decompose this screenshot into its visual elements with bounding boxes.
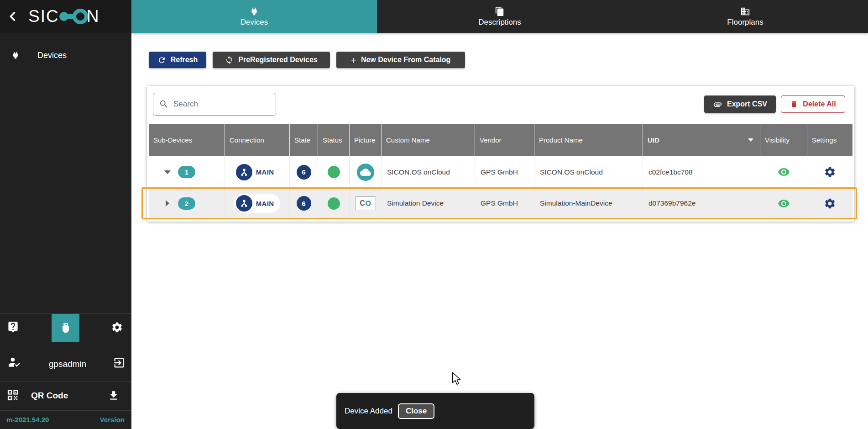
sidebar-item-label: Devices	[37, 51, 67, 60]
settings-cell	[807, 189, 852, 218]
tab-label: Descriptions	[478, 18, 521, 27]
column-header-connection[interactable]: Connection	[225, 124, 290, 156]
toast-close-button[interactable]: Close	[398, 403, 434, 419]
custom-name-cell: Simulation Device	[382, 189, 475, 218]
eye-icon[interactable]	[778, 197, 790, 210]
chevron-down-icon	[164, 170, 171, 174]
status-online-dot	[328, 197, 340, 210]
new-device-from-catalog-button[interactable]: + New Device From Catalog	[336, 52, 465, 68]
search-box[interactable]	[153, 93, 276, 116]
picture-cell	[350, 156, 382, 188]
table-row[interactable]: 2 MAIN 6 C Simu	[149, 189, 852, 218]
state-cell: 6	[290, 156, 318, 188]
settings-cell	[807, 156, 852, 188]
product-name-cell: Simulation-MainDevice	[534, 189, 643, 218]
column-header-status[interactable]: Status	[318, 124, 350, 156]
plus-icon: +	[351, 55, 356, 65]
tab-bar: Devices Descriptions Floorplans	[131, 0, 868, 33]
state-badge: 6	[297, 165, 311, 180]
tab-floorplans[interactable]: Floorplans	[622, 0, 868, 33]
column-header-visibility[interactable]: Visibility	[760, 124, 807, 156]
column-header-state[interactable]: State	[290, 124, 318, 156]
column-header-settings[interactable]: Settings	[807, 124, 852, 156]
gear-icon[interactable]	[111, 321, 123, 334]
column-header-picture[interactable]: Picture	[350, 124, 382, 156]
table-row[interactable]: 1 MAIN 6 SICON	[149, 156, 852, 189]
gear-icon[interactable]	[824, 166, 836, 178]
collapse-row-toggle[interactable]	[164, 170, 171, 174]
divider	[0, 342, 131, 342]
plug-icon	[11, 51, 20, 60]
qr-code-label[interactable]: QR Code	[31, 391, 68, 401]
sub-device-count-badge: 1	[178, 166, 195, 178]
column-header-custom-name[interactable]: Custom Name	[382, 124, 475, 156]
uid-cell: d07369b7962e	[643, 189, 760, 218]
logo-text-sic: SIC	[28, 7, 59, 26]
documents-icon	[495, 6, 505, 16]
toast-notification: Device Added Close	[336, 393, 534, 429]
divider	[0, 410, 131, 411]
building-icon	[740, 6, 750, 16]
usb-connector-icon	[59, 322, 72, 334]
logout-icon[interactable]	[113, 356, 125, 369]
gear-icon[interactable]	[824, 197, 836, 210]
back-icon[interactable]	[6, 10, 19, 23]
connection-chip: MAIN	[234, 194, 281, 213]
app-logo: SICN	[28, 6, 99, 26]
search-icon	[159, 99, 169, 109]
main-content: Refresh PreRegistered Devices + New Devi…	[131, 33, 868, 429]
column-header-product-name[interactable]: Product Name	[534, 124, 643, 156]
tab-devices[interactable]: Devices	[131, 0, 377, 33]
devices-panel: Export CSV Delete All Sub-Devices Connec…	[147, 86, 854, 222]
attachment-icon	[713, 100, 722, 109]
connection-label: MAIN	[256, 200, 274, 207]
cloud-logo-icon	[357, 164, 374, 181]
trash-icon	[790, 100, 798, 108]
state-cell: 6	[290, 189, 318, 218]
username: gpsadmin	[40, 359, 95, 369]
preregistered-label: PreRegistered Devices	[238, 56, 317, 64]
tab-label: Devices	[241, 18, 268, 27]
plug-icon	[249, 6, 259, 16]
preregistered-devices-button[interactable]: PreRegistered Devices	[213, 52, 330, 68]
download-icon[interactable]	[108, 390, 120, 402]
expand-row-toggle[interactable]	[164, 200, 171, 207]
tab-descriptions[interactable]: Descriptions	[377, 0, 622, 33]
sicon-logo-mark-icon	[58, 6, 89, 26]
qr-code-icon[interactable]	[6, 388, 20, 402]
column-header-sub-devices[interactable]: Sub-Devices	[149, 124, 225, 156]
version-value: m-2021.54.20	[6, 416, 49, 424]
refresh-button[interactable]: Refresh	[149, 52, 206, 68]
search-input[interactable]	[173, 100, 265, 109]
new-device-label: New Device From Catalog	[361, 56, 451, 64]
sicon-co-logo-icon: C	[355, 196, 376, 210]
delete-all-label: Delete All	[803, 100, 836, 108]
picture-cell: C	[350, 189, 382, 218]
vendor-cell: GPS GmbH	[475, 156, 534, 188]
product-name-cell: SICON.OS onCloud	[534, 156, 643, 188]
sort-desc-icon	[748, 138, 753, 142]
refresh-label: Refresh	[171, 56, 198, 64]
delete-all-button[interactable]: Delete All	[781, 95, 845, 113]
status-cell	[318, 189, 350, 218]
sidebar-devices-active-button[interactable]	[52, 314, 79, 342]
chevron-right-icon	[166, 200, 169, 207]
user-check-icon	[7, 356, 21, 370]
export-csv-button[interactable]: Export CSV	[704, 95, 776, 113]
uid-cell: c02fce1bc708	[643, 156, 760, 188]
export-csv-label: Export CSV	[727, 100, 767, 108]
connection-cell: MAIN	[225, 189, 290, 218]
toast-message: Device Added	[345, 407, 392, 416]
sidebar-item-devices[interactable]: Devices	[0, 45, 131, 66]
network-hub-icon	[236, 195, 252, 212]
devices-table: Sub-Devices Connection State Status Pict…	[149, 124, 852, 218]
sub-devices-cell: 1	[149, 156, 225, 188]
status-online-dot	[328, 166, 340, 178]
divider	[0, 381, 131, 382]
help-icon[interactable]	[7, 321, 19, 333]
column-header-uid[interactable]: UID	[643, 124, 760, 156]
eye-icon[interactable]	[778, 166, 790, 178]
state-badge: 6	[297, 196, 311, 211]
sub-device-count-badge: 2	[178, 197, 195, 210]
column-header-vendor[interactable]: Vendor	[475, 124, 534, 156]
